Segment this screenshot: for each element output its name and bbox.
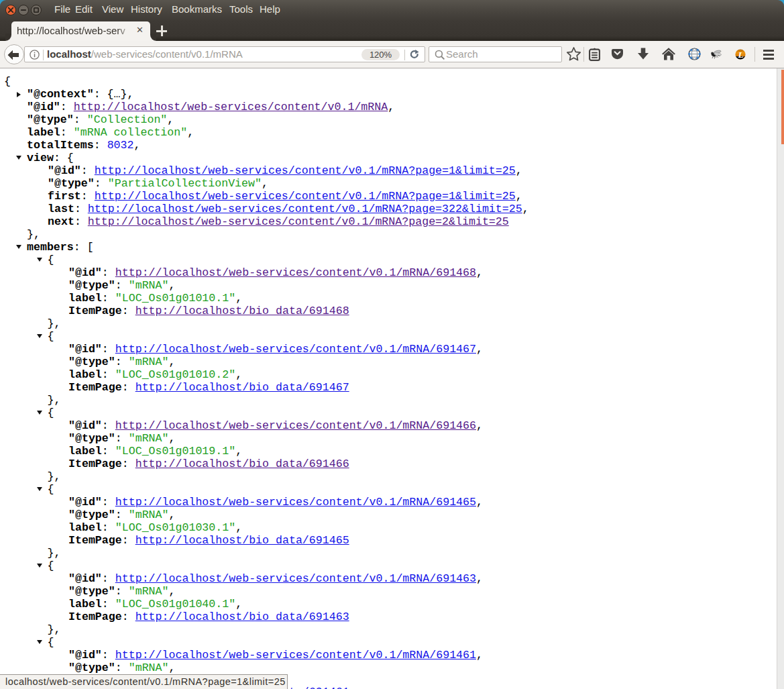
- svg-text:L: L: [737, 50, 743, 60]
